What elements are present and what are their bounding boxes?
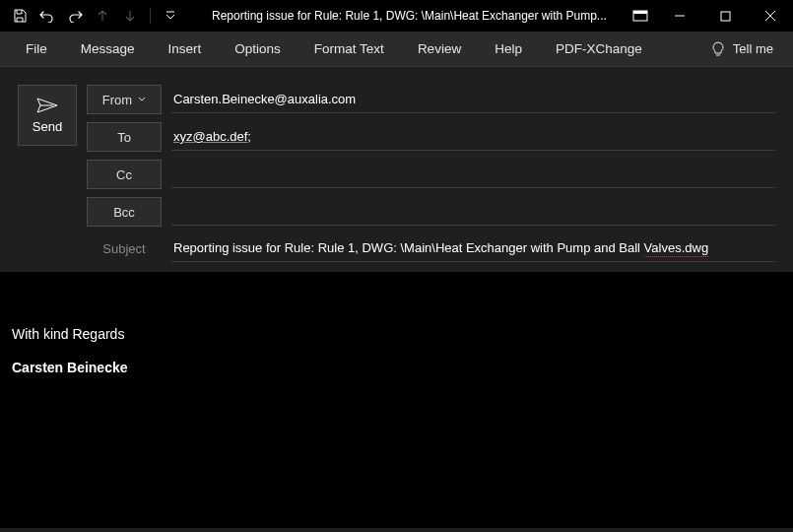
from-button[interactable]: From: [87, 85, 162, 114]
tell-me-search[interactable]: Tell me: [703, 35, 781, 63]
bcc-button[interactable]: Bcc: [87, 197, 162, 227]
svg-rect-1: [633, 11, 647, 14]
message-body[interactable]: With kind Regards Carsten Beinecke: [0, 272, 793, 528]
cc-button[interactable]: Cc: [87, 160, 162, 189]
subject-field[interactable]: Reporting issue for Rule: Rule 1, DWG: \…: [171, 234, 775, 262]
tell-me-label: Tell me: [733, 41, 773, 56]
cc-field[interactable]: [171, 161, 775, 188]
ribbon-display-options-icon[interactable]: [624, 0, 657, 32]
send-icon: [36, 98, 58, 113]
send-label: Send: [33, 119, 62, 134]
to-suffix: ;: [247, 129, 251, 144]
menu-options[interactable]: Options: [221, 35, 295, 62]
svg-rect-3: [721, 12, 730, 21]
subject-label: Subject: [87, 241, 162, 256]
body-regards: With kind Regards: [12, 326, 781, 342]
save-icon[interactable]: [8, 4, 32, 28]
menu-pdf-xchange[interactable]: PDF-XChange: [542, 35, 656, 62]
bcc-label: Bcc: [113, 205, 135, 220]
minimize-button[interactable]: [657, 0, 702, 32]
quick-access-toolbar: [8, 4, 182, 28]
menu-file[interactable]: File: [12, 35, 61, 62]
menu-review[interactable]: Review: [404, 35, 475, 62]
message-header: Send From Carsten.Beinecke@auxalia.com T…: [0, 67, 793, 272]
previous-item-icon: [91, 4, 114, 28]
menu-message[interactable]: Message: [67, 35, 149, 62]
from-label: From: [102, 93, 132, 107]
subject-spellcheck-word: Valves.dwg: [644, 240, 709, 257]
lightbulb-icon: [711, 41, 725, 57]
redo-icon[interactable]: [63, 4, 87, 28]
title-bar: Reporting issue for Rule: Rule 1, DWG: \…: [0, 0, 793, 32]
undo-icon[interactable]: [35, 4, 59, 28]
maximize-button[interactable]: [702, 0, 748, 32]
close-button[interactable]: [748, 0, 793, 32]
menu-help[interactable]: Help: [481, 35, 536, 62]
to-field[interactable]: xyz@abc.def;: [171, 123, 775, 151]
to-label: To: [117, 130, 131, 145]
cc-label: Cc: [116, 167, 132, 182]
menu-bar: File Message Insert Options Format Text …: [0, 32, 793, 67]
next-item-icon: [118, 4, 142, 28]
to-recipient[interactable]: xyz@abc.def: [173, 129, 247, 144]
to-button[interactable]: To: [87, 122, 162, 152]
subject-text: Reporting issue for Rule: Rule 1, DWG: \…: [173, 240, 644, 255]
chevron-down-icon: [138, 97, 146, 102]
from-field[interactable]: Carsten.Beinecke@auxalia.com: [171, 86, 775, 113]
menu-insert[interactable]: Insert: [155, 35, 216, 62]
bcc-field[interactable]: [171, 198, 775, 226]
window-title: Reporting issue for Rule: Rule 1, DWG: \…: [182, 9, 624, 23]
body-signature-name: Carsten Beinecke: [12, 360, 781, 375]
qat-customize-icon[interactable]: [159, 4, 182, 28]
qat-separator: [150, 8, 151, 24]
menu-format-text[interactable]: Format Text: [300, 35, 398, 62]
send-button[interactable]: Send: [18, 85, 77, 146]
window-controls: [657, 0, 793, 32]
